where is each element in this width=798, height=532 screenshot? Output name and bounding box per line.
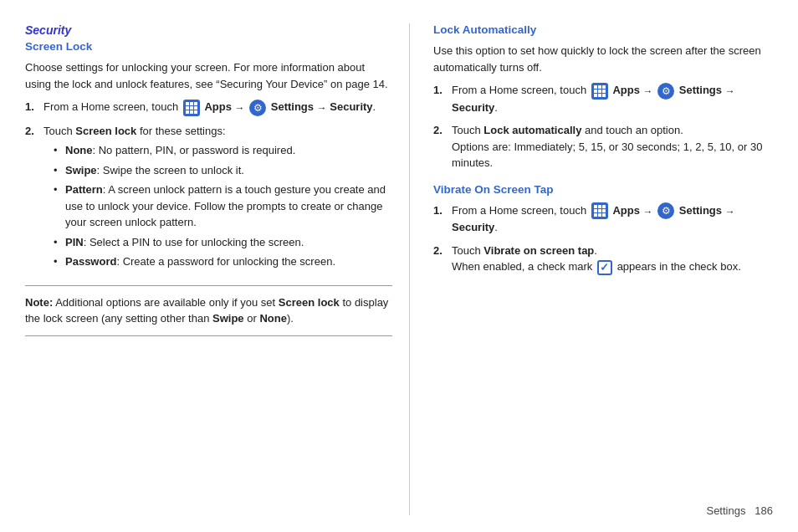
vibrate-step-num-1: 1. (433, 202, 447, 236)
settings-icon-right-1 (657, 83, 674, 100)
note-text3: or (247, 312, 257, 325)
vibrate-title: Vibrate On Screen Tap (433, 183, 773, 196)
step1-text-before: From a Home screen, touch (43, 100, 178, 113)
apps-label-left-1: Apps (204, 100, 232, 113)
apps-icon-right-1 (591, 83, 608, 100)
arrow2-left-1: → (317, 102, 327, 114)
footer-label: Settings (706, 504, 745, 517)
lock-step2-text2: and touch an option. (585, 124, 683, 136)
vibrate-step-2: 2. Touch Vibrate on screen tap. When ena… (433, 243, 773, 275)
security-label-right-1: Security (452, 101, 494, 114)
bullet-password-text: Password: Create a password for unlockin… (65, 253, 335, 270)
term-pin: PIN (65, 236, 84, 248)
lock-step-num-2: 2. (433, 122, 447, 171)
bullet-dot-password: • (54, 253, 62, 270)
vibrate-desc2: appears in the check box. (617, 260, 741, 273)
bullet-pattern: • Pattern: A screen unlock pattern is a … (54, 182, 392, 231)
vibrate-step-1-content: From a Home screen, touch Apps → Setting… (452, 202, 773, 236)
lock-step-1: 1. From a Home screen, touch Apps → Sett… (433, 82, 773, 115)
arrow2-right-1: → (725, 85, 735, 97)
lock-step2-text: Touch (452, 124, 481, 136)
security-label-left-1: Security (330, 100, 372, 113)
screen-lock-bold: Screen lock (75, 125, 136, 137)
bullet-dot-pattern: • (54, 182, 62, 231)
checkmark-icon (597, 260, 612, 275)
vibrate-step1-before: From a Home screen, touch (452, 204, 586, 217)
lock-options-text: Options are: Immediately; 5, 15, or 30 s… (452, 141, 762, 170)
settings-label-right-1: Settings (679, 84, 722, 96)
vibrate-steps: 1. From a Home screen, touch Apps → Sett… (433, 202, 773, 275)
step-num-1: 1. (25, 99, 38, 116)
page-footer: Settings 186 (706, 504, 773, 517)
lock-auto-steps: 1. From a Home screen, touch Apps → Sett… (433, 82, 773, 171)
intro-text: Choose settings for unlocking your scree… (25, 59, 392, 92)
desc-pattern: : A screen unlock pattern is a touch ges… (65, 183, 386, 228)
bullet-pattern-text: Pattern: A screen unlock pattern is a to… (65, 182, 392, 231)
vibrate-step-num-2: 2. (433, 243, 447, 275)
bullet-dot-none: • (54, 142, 62, 159)
bullet-none-text: None: No pattern, PIN, or password is re… (65, 142, 295, 159)
bullet-dot-swipe: • (54, 162, 62, 179)
lock-step-2: 2. Touch Lock automatically and touch an… (433, 122, 773, 171)
bullet-pin-text: PIN: Select a PIN to use for unlocking t… (65, 234, 304, 251)
note-label: Note: (25, 296, 53, 309)
screen-lock-options: • None: No pattern, PIN, or password is … (43, 142, 392, 270)
note-bold1: Screen lock (279, 296, 340, 309)
vibrate-desc: When enabled, a check mark (452, 260, 592, 273)
apps-label-right-1: Apps (612, 84, 640, 96)
arrow2-right-2: → (725, 205, 735, 217)
settings-icon-left-1 (249, 100, 266, 116)
apps-label-right-2: Apps (612, 204, 640, 217)
screen-lock-title: Screen Lock (25, 40, 392, 53)
term-none: None (65, 144, 93, 156)
step2-text: Touch (43, 125, 73, 137)
step-num-2: 2. (25, 123, 38, 274)
vibrate-step-2-content: Touch Vibrate on screen tap. When enable… (452, 243, 741, 275)
desc-password: : Create a password for unlocking the sc… (116, 255, 335, 268)
settings-label-right-2: Settings (679, 204, 722, 217)
note-text: Additional options are available only if… (55, 296, 275, 309)
note-bold3: None (259, 312, 287, 325)
left-steps-list: 1. From a Home screen, touch Apps → Sett… (25, 99, 392, 274)
desc-pin: : Select a PIN to use for unlocking the … (84, 236, 304, 248)
lock-auto-bold: Lock automatically (483, 124, 581, 136)
bullet-pin: • PIN: Select a PIN to use for unlocking… (54, 234, 392, 251)
note-box: Note: Additional options are available o… (25, 285, 392, 336)
term-swipe: Swipe (65, 164, 97, 176)
bullet-swipe-text: Swipe: Swipe the screen to unlock it. (65, 162, 244, 179)
apps-icon-left-1 (183, 100, 200, 116)
bullet-password: • Password: Create a password for unlock… (54, 253, 392, 270)
term-password: Password (65, 255, 116, 268)
bullet-dot-pin: • (54, 234, 62, 251)
lock-auto-title: Lock Automatically (433, 23, 773, 36)
bullet-swipe: • Swipe: Swipe the screen to unlock it. (54, 162, 392, 179)
arrow1-right-2: → (643, 205, 653, 217)
settings-icon-right-2 (657, 202, 674, 219)
step2-text2: for these settings: (140, 125, 226, 137)
security-label-right-2: Security (452, 221, 494, 233)
note-bold2: Swipe (212, 312, 244, 325)
arrow1-right-1: → (643, 85, 653, 97)
right-column: Lock Automatically Use this option to se… (410, 23, 773, 515)
lock-step-2-content: Touch Lock automatically and touch an op… (452, 122, 773, 171)
step-2-content: Touch Screen lock for these settings: • … (43, 123, 392, 274)
vibrate-bold: Vibrate on screen tap (483, 244, 594, 257)
vibrate-step2-text: Touch (452, 244, 481, 257)
bullet-none: • None: No pattern, PIN, or password is … (54, 142, 392, 159)
left-step-2: 2. Touch Screen lock for these settings:… (25, 123, 392, 274)
lock-step-num-1: 1. (433, 82, 447, 115)
apps-icon-right-2 (591, 202, 608, 219)
vibrate-step-1: 1. From a Home screen, touch Apps → Sett… (433, 202, 773, 236)
term-pattern: Pattern (65, 183, 103, 196)
arrow1-left-1: → (235, 102, 245, 114)
lock-auto-intro: Use this option to set how quickly to lo… (433, 43, 773, 75)
main-title: Security (25, 23, 392, 37)
left-step-1: 1. From a Home screen, touch Apps → Sett… (25, 99, 392, 116)
lock-step-1-content: From a Home screen, touch Apps → Setting… (452, 82, 773, 115)
lock-step1-before: From a Home screen, touch (452, 84, 586, 96)
desc-none: : No pattern, PIN, or password is requir… (93, 144, 296, 156)
footer-page-num: 186 (755, 504, 773, 517)
desc-swipe: : Swipe the screen to unlock it. (97, 164, 244, 176)
settings-label-left-1: Settings (271, 100, 314, 113)
page: Security Screen Lock Choose settings for… (0, 0, 798, 532)
